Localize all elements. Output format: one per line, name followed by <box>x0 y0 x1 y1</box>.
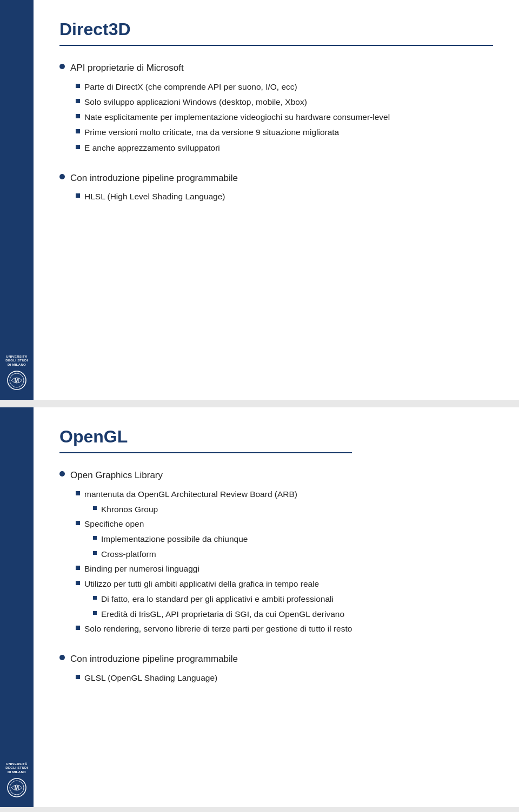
bullet-1-2: Con introduzione pipeline programmabile <box>59 171 493 185</box>
bullet-text-2-1-1-1: Khronos Group <box>101 503 158 515</box>
slide-gap <box>0 400 519 407</box>
bullet-dot-1-1 <box>59 64 65 69</box>
uni-emblem-1: M <box>7 371 26 390</box>
sidebar-2: UNIVERSITÀ DEGLI STUDI DI MILANO M <box>0 407 34 807</box>
bullet-text-1-1-1: Parte di DirectX (che comprende API per … <box>84 80 297 93</box>
bullet-2-1-1-1: Khronos Group <box>93 503 352 515</box>
bullet-text-2-1-3: Binding per numerosi linguaggi <box>84 562 199 575</box>
slide-1-content: Direct3D API proprietarie di Microsoft P… <box>34 0 519 400</box>
bullet-2-2-1: GLSL (OpenGL Shading Language) <box>76 672 352 684</box>
bullet-sq-1-1-3 <box>76 114 80 118</box>
bullet-1-1: API proprietarie di Microsoft <box>59 61 493 75</box>
bullet-2-1-3: Binding per numerosi linguaggi <box>76 562 352 575</box>
bullet-1-2-1: HLSL (High Level Shading Language) <box>76 190 493 203</box>
bullet-sq-2-1-4 <box>76 581 80 585</box>
bullet-text-1-1: API proprietarie di Microsoft <box>70 61 184 75</box>
bullet-text-2-1: Open Graphics Library <box>70 468 163 482</box>
bullet-text-2-1-1: mantenuta da OpenGL Architectural Review… <box>84 488 297 500</box>
bullet-sq-1-1-5 <box>76 145 80 149</box>
bullet-sq-2-1-1 <box>76 491 80 495</box>
bullet-text-2-1-4-1: Di fatto, era lo standard per gli applic… <box>101 593 334 605</box>
bullet-2-1-2: Specifiche open <box>76 518 352 530</box>
bullet-1-1-1: Parte di DirectX (che comprende API per … <box>76 80 493 93</box>
bullet-sq-1-1-1 <box>76 84 80 88</box>
slide-2-divider <box>59 452 352 453</box>
university-logo-2: UNIVERSITÀ DEGLI STUDI DI MILANO M <box>5 762 28 797</box>
bullet-2-1-4: Utilizzo per tutti gli ambiti applicativ… <box>76 578 352 590</box>
bullet-text-1-2-1: HLSL (High Level Shading Language) <box>84 190 225 203</box>
bullet-dot-1-2 <box>59 174 65 179</box>
bullet-2-1-4-2: Eredità di IrisGL, API proprietaria di S… <box>93 608 352 620</box>
bullet-text-2-1-4: Utilizzo per tutti gli ambiti applicativ… <box>84 578 319 590</box>
bullet-sq-2-1-3 <box>76 566 80 570</box>
bullet-sq-1-1-2 <box>76 99 80 103</box>
bullet-text-2-2: Con introduzione pipeline programmabile <box>70 652 238 666</box>
slide-2-content: OpenGL Open Graphics Library mantenuta d… <box>34 407 378 807</box>
bullet-sq3-2-1-4-1 <box>93 596 97 600</box>
bullet-2-1-2-2: Cross-platform <box>93 548 352 560</box>
slide-1: UNIVERSITÀ DEGLI STUDI DI MILANO M Direc… <box>0 0 519 400</box>
bullet-text-1-2: Con introduzione pipeline programmabile <box>70 171 238 185</box>
bullet-sq3-2-1-1-1 <box>93 506 97 510</box>
slide-1-title: Direct3D <box>59 19 493 39</box>
bullet-sq-1-1-4 <box>76 129 80 133</box>
bullet-text-1-1-2: Solo sviluppo applicazioni Windows (desk… <box>84 96 307 108</box>
uni-emblem-2: M <box>7 778 26 797</box>
bullet-text-1-1-3: Nate esplicitamente per implementazione … <box>84 111 390 123</box>
bullet-sq-1-2-1 <box>76 193 80 198</box>
bullet-text-1-1-4: Prime versioni molto criticate, ma da ve… <box>84 126 339 138</box>
bullet-2-1-2-1: Implementazione possibile da chiunque <box>93 533 352 545</box>
bullet-text-2-1-2: Specifiche open <box>84 518 144 530</box>
bullet-sq-2-1-2 <box>76 521 80 525</box>
slide-2: UNIVERSITÀ DEGLI STUDI DI MILANO M OpenG… <box>0 407 519 807</box>
uni-text-1: UNIVERSITÀ DEGLI STUDI DI MILANO <box>5 355 28 367</box>
bullet-1-1-2: Solo sviluppo applicazioni Windows (desk… <box>76 96 493 108</box>
bullet-sq3-2-1-2-1 <box>93 536 97 540</box>
bullet-2-1: Open Graphics Library <box>59 468 352 482</box>
uni-text-2: UNIVERSITÀ DEGLI STUDI DI MILANO <box>5 762 28 775</box>
bullet-text-1-1-5: E anche apprezzamento sviluppatori <box>84 142 220 154</box>
bullet-2-2: Con introduzione pipeline programmabile <box>59 652 352 666</box>
sidebar-1: UNIVERSITÀ DEGLI STUDI DI MILANO M <box>0 0 34 400</box>
bullet-dot-2-1 <box>59 471 65 477</box>
bullet-sq3-2-1-4-2 <box>93 611 97 615</box>
bullet-1-1-5: E anche apprezzamento sviluppatori <box>76 142 493 154</box>
bullet-text-2-2-1: GLSL (OpenGL Shading Language) <box>84 672 217 684</box>
bullet-1-1-4: Prime versioni molto criticate, ma da ve… <box>76 126 493 138</box>
university-logo-1: UNIVERSITÀ DEGLI STUDI DI MILANO M <box>5 355 28 390</box>
bullet-text-2-1-2-2: Cross-platform <box>101 548 156 560</box>
bullet-2-1-4-1: Di fatto, era lo standard per gli applic… <box>93 593 352 605</box>
bullet-text-2-1-5: Solo rendering, servono librerie di terz… <box>84 622 352 635</box>
bullet-text-2-1-4-2: Eredità di IrisGL, API proprietaria di S… <box>101 608 344 620</box>
bullet-2-1-5: Solo rendering, servono librerie di terz… <box>76 622 352 635</box>
slide-1-divider <box>59 45 493 46</box>
bullet-sq-2-1-5 <box>76 626 80 630</box>
bullet-text-2-1-2-1: Implementazione possibile da chiunque <box>101 533 248 545</box>
bullet-2-1-1: mantenuta da OpenGL Architectural Review… <box>76 488 352 500</box>
slide-2-title: OpenGL <box>59 427 352 447</box>
bullet-1-1-3: Nate esplicitamente per implementazione … <box>76 111 493 123</box>
bullet-sq3-2-1-2-2 <box>93 551 97 555</box>
bullet-dot-2-2 <box>59 655 65 660</box>
bullet-sq-2-2-1 <box>76 675 80 679</box>
